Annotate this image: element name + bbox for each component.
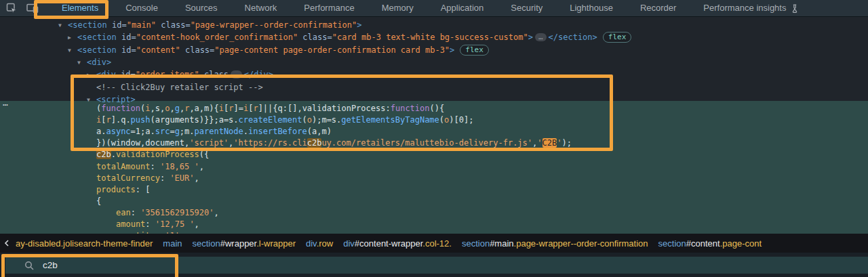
code-token: <section (77, 33, 117, 42)
breadcrumb-item[interactable]: div#content-wrapper.col-12. (343, 238, 452, 249)
flex-badge[interactable]: flex (603, 32, 632, 43)
tab-label: Performance (304, 0, 354, 16)
tab-performance[interactable]: Performance (290, 0, 368, 16)
code-token: id= (117, 45, 136, 55)
script-source-line[interactable]: { (96, 196, 101, 207)
breadcrumb-part: section (193, 238, 220, 249)
breadcrumb-part: div (343, 238, 355, 249)
code-token: <div> (87, 58, 111, 67)
code-token: '3561562915920' (140, 208, 214, 217)
collapsed-content-ellipsis[interactable]: … (535, 33, 547, 41)
dom-node-section-main[interactable]: ▼<section id="main" class="page-wrapper-… (58, 20, 362, 30)
script-source-line[interactable]: ean: '3561562915920', (116, 207, 219, 218)
collapse-arrow-icon[interactable]: ▼ (77, 58, 87, 68)
code-token: "main" (127, 20, 156, 30)
code-token: totalCurrency (96, 173, 160, 183)
tab-label: Network (245, 0, 277, 16)
tab-memory[interactable]: Memory (368, 0, 427, 16)
tab-label: Lighthouse (570, 0, 613, 16)
code-token: > (450, 45, 454, 55)
tab-label: Security (511, 0, 542, 16)
screenshot-root: ElementsConsoleSourcesNetworkPerformance… (0, 0, 868, 277)
tab-application[interactable]: Application (427, 0, 498, 16)
tab-console[interactable]: Console (112, 0, 172, 16)
tab-label: Memory (382, 0, 414, 16)
code-token: "page-content page-order-confirmation ca… (214, 45, 450, 55)
breadcrumb-item[interactable]: ay-disabled.jolisearch-theme-finder (16, 238, 153, 249)
code-token: "content" (136, 45, 180, 55)
code-token: products (96, 185, 136, 194)
breadcrumb-part: #wrapper (220, 238, 256, 249)
code-token: : (145, 219, 155, 229)
code-token: . (111, 150, 116, 159)
code-token: 'EUR' (170, 173, 194, 183)
annotation-search-box (1, 254, 178, 277)
tab-performance-insights[interactable]: Performance insights (690, 0, 812, 16)
dom-breadcrumb-bar: ay-disabled.jolisearch-theme-findermains… (0, 234, 868, 253)
code-token: "page-wrapper--order-confirmation" (191, 20, 357, 30)
code-token: , (195, 173, 199, 183)
breadcrumb-part: #main (490, 238, 513, 249)
flex-badge[interactable]: flex (460, 45, 489, 56)
dom-node-section-content-hook[interactable]: ▶<section id="content-hook_order_confirm… (68, 32, 631, 43)
breadcrumb-part: #content (686, 238, 720, 249)
script-source-line[interactable]: totalAmount: '18,65 ', (96, 161, 204, 172)
breadcrumb-part: section (462, 238, 490, 249)
tab-network[interactable]: Network (231, 0, 291, 16)
code-token: , (214, 208, 219, 217)
breadcrumb-part: .col-12. (422, 238, 452, 249)
tab-recorder[interactable]: Recorder (627, 0, 690, 16)
inspect-icon[interactable] (6, 3, 17, 14)
breadcrumb-item[interactable]: main (163, 238, 182, 249)
code-token: class= (156, 20, 191, 30)
code-token: "card mb-3 text-white bg-success-custom" (332, 33, 528, 42)
tab-lighthouse[interactable]: Lighthouse (556, 0, 627, 16)
code-token: '12,75 ' (155, 219, 195, 229)
tab-label: Performance insights (703, 0, 786, 16)
devtools-tabs: ElementsConsoleSourcesNetworkPerformance… (48, 0, 812, 17)
breadcrumb-item[interactable]: section#main.page-wrapper--order-confirm… (462, 238, 648, 249)
collapse-arrow-icon[interactable]: ▼ (68, 45, 77, 56)
chevron-left-icon[interactable] (0, 234, 14, 253)
code-token: '18,65 ' (160, 162, 199, 171)
tab-label: Application (441, 0, 484, 16)
code-token: > (528, 33, 533, 42)
code-token: : [ (136, 185, 151, 194)
breadcrumb-item[interactable]: section#wrapper.l-wrapper (193, 238, 296, 249)
script-source-line[interactable]: products: [ (96, 184, 150, 195)
overflow-ellipsis: ⋯ (3, 100, 9, 110)
breadcrumb-part: #content-wrapper (355, 238, 422, 249)
expand-arrow-icon[interactable]: ▶ (68, 33, 77, 43)
code-token: : (160, 173, 170, 183)
code-token: <section (68, 20, 107, 30)
tab-label: Console (125, 0, 158, 16)
dom-node-div[interactable]: ▼<div> (77, 57, 111, 68)
code-token: <section (77, 45, 117, 55)
tab-label: Recorder (640, 0, 676, 16)
breadcrumb-part: .page-wrapper--order-confirmation (514, 238, 648, 249)
code-token: ean (116, 208, 131, 217)
breadcrumb: ay-disabled.jolisearch-theme-findermains… (14, 238, 762, 249)
breadcrumb-item[interactable]: div.row (306, 238, 333, 249)
code-token: , (199, 162, 204, 171)
annotation-script-block (71, 74, 613, 151)
breadcrumb-part: .row (317, 238, 334, 249)
collapse-arrow-icon[interactable]: ▼ (58, 20, 68, 31)
code-token: "content-hook_order_confirmation" (136, 33, 298, 42)
code-token: id= (117, 33, 136, 42)
code-token: > (357, 20, 361, 30)
code-token: { (96, 196, 101, 206)
script-source-line[interactable]: amount: '12,75 ', (116, 219, 199, 230)
code-token: : (131, 208, 140, 217)
breadcrumb-item[interactable]: section#content.page-cont (658, 238, 762, 249)
breadcrumb-part: ay-disabled.jolisearch-theme-finder (16, 238, 153, 249)
tab-sources[interactable]: Sources (172, 0, 231, 16)
breadcrumb-part: section (658, 238, 686, 249)
breadcrumb-part: div (306, 238, 317, 249)
code-token: </section> (549, 33, 597, 42)
flask-icon (791, 4, 799, 13)
dom-node-section-content[interactable]: ▼<section id="content" class="page-conte… (68, 45, 489, 56)
code-token: : (150, 162, 159, 171)
script-source-line[interactable]: totalCurrency: 'EUR', (96, 173, 199, 184)
tab-security[interactable]: Security (497, 0, 556, 16)
